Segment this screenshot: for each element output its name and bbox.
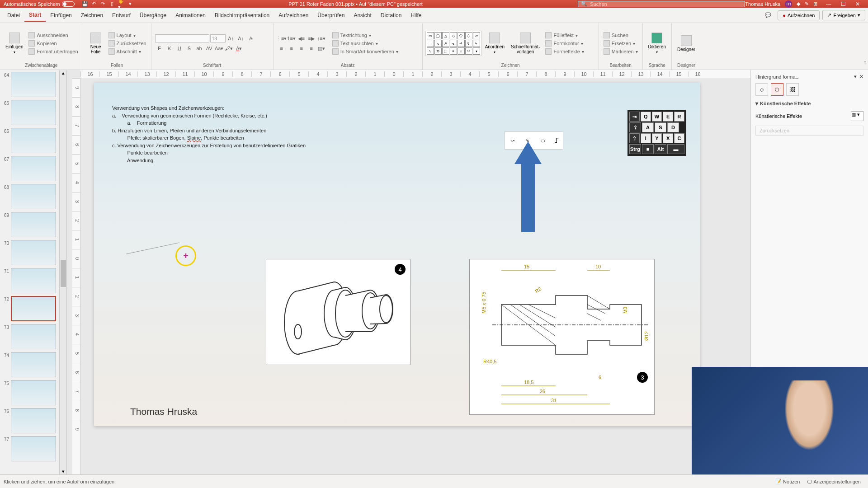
slide-editor[interactable]: 1615141312111098765432101234567891011121… [67, 70, 750, 474]
indent-icon[interactable]: ≡▶ [307, 34, 316, 42]
tab-uebergaenge[interactable]: Übergänge [135, 9, 171, 21]
redo-icon[interactable]: ↷ [100, 1, 106, 7]
select-button[interactable]: Markieren ▾ [602, 48, 640, 55]
save-icon[interactable]: 💾 [82, 1, 88, 7]
slide-thumbnails[interactable]: ▴ ▾ 6465★6667★6869★70★71727374757677 [0, 70, 67, 474]
underline-icon[interactable]: U [175, 44, 184, 52]
align-left-icon[interactable]: ≡ [277, 44, 286, 52]
slide-thumb-64[interactable]: 64 [1, 72, 66, 97]
slide-thumb-74[interactable]: 74 [1, 352, 66, 377]
notes-button[interactable]: 📝 Notizen [772, 479, 803, 484]
case-icon[interactable]: Aa▾ [215, 44, 224, 52]
reset-button[interactable]: Zurücksetzen [107, 40, 148, 47]
shapes-gallery[interactable]: ▭◯△◇⬠⬡▱ —↘↗⬎⬏↯⤷ ∿⟲⬚✶☆⬭▾ [425, 31, 481, 56]
scroll-down-icon[interactable]: ▾ [60, 469, 66, 474]
tab-start[interactable]: Start [24, 9, 46, 22]
spacing-icon[interactable]: AV [205, 44, 214, 52]
touch-icon[interactable]: ✋▾ [118, 1, 124, 7]
fill-tab-icon[interactable]: ◇ [755, 83, 768, 96]
slide-thumb-75[interactable]: 75 [1, 380, 66, 405]
numbering-icon[interactable]: 1≡▾ [287, 34, 296, 42]
blue-arrow-shape[interactable] [514, 141, 542, 232]
outdent-icon[interactable]: ◀≡ [297, 34, 306, 42]
dictate-button[interactable]: Diktieren▾ [646, 32, 669, 55]
pen-icon[interactable]: ✎ [805, 1, 809, 7]
slide-thumb-67[interactable]: 67★ [1, 156, 66, 181]
smartart-button[interactable]: In SmartArt konvertieren ▾ [330, 48, 400, 55]
panel-close-icon[interactable]: ✕ [859, 74, 863, 79]
slide-thumb-77[interactable]: 77 [1, 436, 66, 461]
tab-aufzeichnen[interactable]: Aufzeichnen [274, 9, 313, 21]
shadow-icon[interactable]: ab [195, 44, 204, 52]
font-color-icon[interactable]: A▾ [235, 44, 244, 52]
cut-button[interactable]: Ausschneiden [27, 32, 80, 39]
tab-einfuegen[interactable]: Einfügen [46, 9, 76, 21]
slide-canvas[interactable]: Verwendung von Shapes und Zeichenwerkzeu… [94, 83, 700, 426]
comments-icon[interactable]: 💬 [761, 12, 775, 18]
share-button[interactable]: ↗Freigeben▾ [822, 10, 865, 20]
slide-thumb-65[interactable]: 65★ [1, 100, 66, 125]
scroll-up-icon[interactable]: ▴ [60, 70, 66, 76]
shape-effects-button[interactable]: Formeffekte ▾ [543, 48, 586, 55]
replace-button[interactable]: Ersetzen ▾ [602, 40, 640, 47]
slide-thumb-72[interactable]: 72 [1, 296, 66, 321]
scroll-thumb[interactable] [61, 260, 66, 287]
qat-more-icon[interactable]: ▾ [127, 1, 133, 7]
close-button[interactable]: ✕ [851, 1, 864, 7]
align-right-icon[interactable]: ≡ [297, 44, 306, 52]
picture-tab-icon[interactable]: 🖼 [786, 83, 799, 96]
search-box[interactable]: 🔍 Suchen [578, 1, 745, 7]
find-button[interactable]: Suchen [602, 32, 640, 39]
format-painter-button[interactable]: Format übertragen [27, 48, 80, 55]
italic-icon[interactable]: K [165, 44, 174, 52]
tab-hilfe[interactable]: Hilfe [406, 9, 426, 21]
slide-thumb-70[interactable]: 70★ [1, 240, 66, 265]
tab-dictation[interactable]: Dictation [376, 9, 406, 21]
align-text-button[interactable]: Text ausrichten ▾ [330, 40, 400, 47]
autosave-toggle[interactable]: Automatisches Speichern [4, 1, 75, 7]
arrange-button[interactable]: Anordnen▾ [482, 32, 507, 55]
slide-thumb-68[interactable]: 68 [1, 184, 66, 209]
highlight-icon[interactable]: 🖍▾ [225, 44, 234, 52]
present-icon[interactable]: ▯ [109, 1, 115, 7]
grow-font-icon[interactable]: A↑ [226, 34, 236, 42]
tab-zeichnen[interactable]: Zeichnen [76, 9, 108, 21]
technical-drawing-3d[interactable]: 4 [266, 259, 410, 365]
shape-outline-button[interactable]: Formkontur ▾ [543, 40, 586, 47]
new-slide-button[interactable]: Neue Folie [86, 32, 106, 55]
slide-thumb-73[interactable]: 73 [1, 324, 66, 349]
font-family-select[interactable] [155, 34, 209, 42]
tab-entwurf[interactable]: Entwurf [108, 9, 135, 21]
align-center-icon[interactable]: ≡ [287, 44, 296, 52]
section-button[interactable]: Abschnitt ▾ [107, 48, 148, 55]
strike-icon[interactable]: S̶ [185, 44, 194, 52]
effects-section-header[interactable]: ▾ Künstlerische Effekte [755, 100, 863, 107]
panel-options-icon[interactable]: ▾ [854, 74, 857, 79]
collapse-ribbon-icon[interactable]: ˄ [864, 61, 866, 66]
tab-datei[interactable]: Datei [3, 9, 24, 21]
slide-thumb-66[interactable]: 66 [1, 128, 66, 153]
technical-drawing-2d[interactable]: 3 15 10 18,5 26 31 6 R [469, 259, 655, 415]
effects-picker[interactable]: ▥ ▾ [851, 111, 863, 121]
tab-animationen[interactable]: Animationen [171, 9, 210, 21]
copy-button[interactable]: Kopieren [27, 40, 80, 47]
paste-button[interactable]: Einfügen▾ [3, 32, 26, 55]
window-icon[interactable]: ⊞ [813, 1, 817, 7]
designer-button[interactable]: Designer [675, 34, 698, 53]
layout-button[interactable]: Layout ▾ [107, 32, 148, 39]
slide-thumb-71[interactable]: 71 [1, 268, 66, 293]
diamond-icon[interactable]: ◆ [797, 1, 800, 7]
text-direction-button[interactable]: Textrichtung ▾ [330, 32, 400, 39]
tab-ueberpruefen[interactable]: Überprüfen [313, 9, 349, 21]
columns-icon[interactable]: ▥▾ [317, 44, 326, 52]
undo-icon[interactable]: ↶ [91, 1, 97, 7]
tab-bildschirm[interactable]: Bildschirmpräsentation [210, 9, 274, 21]
justify-icon[interactable]: ≡ [307, 44, 316, 52]
thumbnail-scrollbar[interactable]: ▴ ▾ [59, 70, 66, 474]
font-size-select[interactable]: 18 [210, 34, 226, 42]
user-avatar[interactable]: TH [785, 0, 792, 8]
user-name[interactable]: Thomas Hruska [745, 1, 780, 7]
minimize-button[interactable]: — [822, 1, 835, 7]
slide-thumb-69[interactable]: 69★ [1, 212, 66, 237]
maximize-button[interactable]: ☐ [836, 1, 850, 7]
